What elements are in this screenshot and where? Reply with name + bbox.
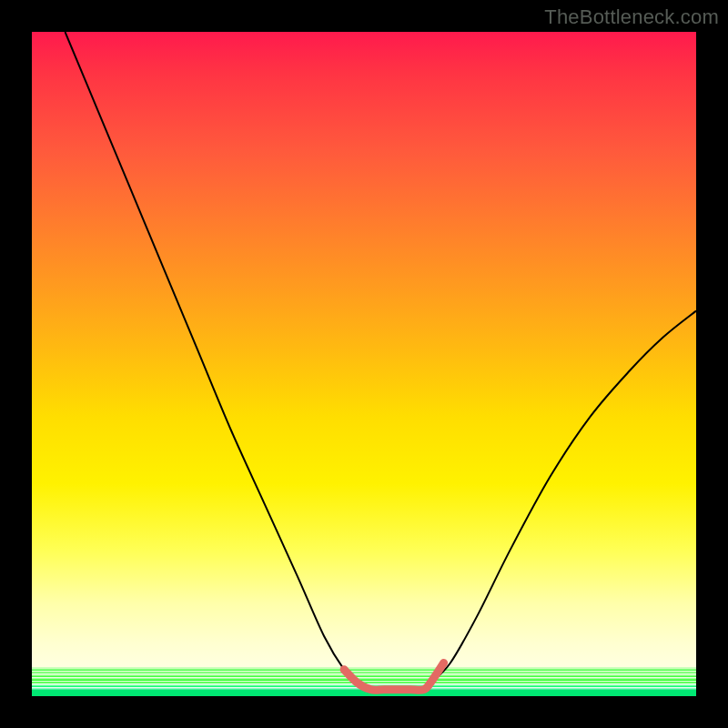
series-right-curve xyxy=(430,311,696,683)
series-marker-band xyxy=(344,663,444,691)
plot-area xyxy=(32,32,696,696)
series-left-curve xyxy=(66,32,358,682)
watermark-text: TheBottleneck.com xyxy=(544,5,719,29)
chart-frame: TheBottleneck.com xyxy=(0,0,728,728)
chart-svg xyxy=(32,32,696,696)
